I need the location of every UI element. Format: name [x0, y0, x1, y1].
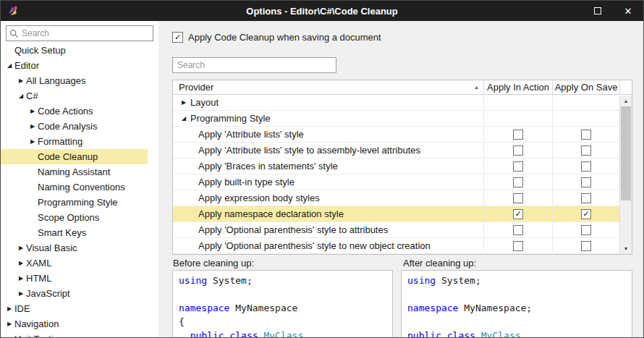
apply-code-cleanup-checkbox[interactable]: ✓ [172, 32, 183, 43]
code-token-plain: { [179, 316, 185, 327]
code-line: namespace MyNamespace; [407, 301, 626, 315]
provider-row-apply-namespace-declaration-style[interactable]: Apply namespace declaration style✓✓ [173, 206, 619, 222]
expand-icon[interactable]: ▶ [16, 77, 26, 84]
sidebar-item-unit-testing[interactable]: ▶Unit Testing [1, 331, 148, 337]
sidebar-item-visual-basic[interactable]: ▶Visual Basic [1, 240, 148, 255]
apply-on-save-checkbox[interactable] [581, 161, 591, 172]
sidebar-item-code-actions[interactable]: ▶Code Actions [1, 103, 148, 119]
expand-icon[interactable]: ▶ [16, 290, 26, 297]
provider-cell: ▶Layout [173, 95, 483, 110]
expand-icon[interactable]: ▶ [16, 260, 26, 266]
expand-icon[interactable]: ▶ [179, 99, 189, 106]
column-header-provider[interactable]: Provider ▲ [173, 80, 483, 94]
provider-search-input[interactable] [172, 57, 336, 73]
code-token-keyword: class [229, 330, 258, 338]
apply-on-save-checkbox[interactable] [581, 225, 591, 235]
sidebar-item-label: Code Cleanup [38, 151, 98, 162]
apply-on-save-checkbox[interactable] [581, 130, 591, 140]
provider-group-row-layout[interactable]: ▶Layout [173, 95, 619, 111]
scroll-up-button[interactable]: ▲ [620, 96, 632, 106]
options-dialog: Options - Editor\C#\Code Cleanup ✕ Quick… [0, 0, 644, 338]
code-token-type: MyClass [475, 330, 521, 338]
expand-icon[interactable]: ▶ [4, 336, 14, 337]
provider-group-row-programming-style[interactable]: ◢Programming Style [173, 111, 619, 127]
sidebar-item-javascript[interactable]: ▶JavaScript [1, 286, 148, 301]
expand-icon[interactable]: ▶ [16, 245, 26, 251]
sidebar-item-label: IDE [14, 303, 30, 314]
code-token-plain [441, 330, 447, 338]
apply-in-action-checkbox[interactable] [513, 161, 523, 172]
expand-icon[interactable]: ▶ [27, 108, 38, 114]
apply-in-action-checkbox[interactable] [513, 130, 523, 140]
code-token-plain: MyNamespace [229, 303, 297, 313]
apply-on-save-checkbox[interactable] [581, 241, 591, 251]
sidebar-item-all-languages[interactable]: ▶All Languages [1, 73, 148, 88]
scroll-down-button[interactable]: ▼ [620, 243, 632, 254]
code-token-plain: MyNamespace; [458, 303, 532, 313]
sidebar-item-formatting[interactable]: ▶Formatting [1, 134, 148, 149]
code-token-keyword: public [190, 330, 224, 338]
sidebar-item-c[interactable]: ◢C# [1, 88, 148, 103]
collapse-icon[interactable]: ◢ [16, 93, 26, 99]
expand-icon[interactable]: ▶ [16, 275, 26, 282]
sidebar-item-label: Programming Style [38, 197, 118, 208]
expand-icon[interactable]: ▶ [27, 123, 38, 130]
sidebar-item-label: Formatting [38, 136, 82, 147]
collapse-icon[interactable]: ◢ [4, 62, 14, 69]
apply-on-save-cell [552, 143, 619, 158]
sidebar-item-code-analysis[interactable]: ▶Code Analysis [1, 119, 148, 134]
scrollbar-thumb[interactable] [621, 106, 631, 200]
provider-row-apply-attribute-lists-style[interactable]: Apply 'Attribute lists' style [173, 127, 619, 143]
apply-in-action-checkbox[interactable] [513, 177, 523, 187]
apply-in-action-checkbox[interactable]: ✓ [513, 209, 523, 219]
sidebar-item-navigation[interactable]: ▶Navigation [1, 316, 148, 331]
apply-on-save-checkbox[interactable] [581, 177, 591, 187]
provider-label: Apply 'Braces in statements' style [198, 161, 338, 172]
expand-icon[interactable]: ▶ [4, 305, 14, 312]
before-code: using System; namespace MyNamespace{ pub… [172, 270, 393, 338]
expand-icon[interactable]: ▶ [4, 321, 14, 327]
maximize-button[interactable] [582, 1, 613, 21]
sidebar-item-xaml[interactable]: ▶XAML [1, 255, 148, 271]
code-line [407, 315, 626, 329]
sidebar-search [6, 25, 153, 41]
apply-in-action-cell: ✓ [483, 206, 552, 221]
sidebar-item-quick-setup[interactable]: Quick Setup [1, 43, 148, 58]
apply-on-save-option[interactable]: ✓ Apply Code Cleanup when saving a docum… [172, 31, 381, 43]
apply-on-save-checkbox[interactable] [581, 193, 591, 203]
column-header-apply-in-action[interactable]: Apply In Action [483, 80, 552, 94]
sidebar-search-input[interactable] [22, 28, 150, 38]
apply-in-action-checkbox[interactable] [513, 241, 523, 251]
sidebar-item-label: All Languages [26, 75, 85, 86]
apply-in-action-checkbox[interactable] [513, 145, 523, 156]
provider-row-apply-braces-in-statements-style[interactable]: Apply 'Braces in statements' style [173, 159, 619, 174]
sidebar-item-html[interactable]: ▶HTML [1, 271, 148, 286]
table-scrollbar[interactable]: ▲ ▼ [619, 96, 632, 254]
apply-on-save-checkbox[interactable]: ✓ [581, 209, 591, 219]
expand-icon[interactable]: ▶ [27, 138, 38, 145]
provider-label: Apply 'Attribute lists' style [198, 129, 304, 140]
provider-row-apply-optional-parenthesis-style-to-attributes[interactable]: Apply 'Optional parenthesis' style to at… [173, 222, 619, 238]
apply-in-action-checkbox[interactable] [513, 193, 523, 203]
sidebar-item-smart-keys[interactable]: Smart Keys [1, 225, 148, 240]
code-token-keyword: class [447, 330, 475, 338]
sidebar-item-code-cleanup[interactable]: Code Cleanup [1, 149, 148, 164]
code-line: using System; [407, 274, 626, 287]
apply-code-cleanup-label: Apply Code Cleanup when saving a documen… [188, 32, 381, 43]
sidebar-item-editor[interactable]: ◢Editor [1, 58, 148, 73]
collapse-icon[interactable]: ◢ [179, 115, 189, 122]
provider-row-apply-optional-parenthesis-style-to-new-object-creation[interactable]: Apply 'Optional parenthesis' style to ne… [173, 238, 619, 254]
sidebar-item-programming-style[interactable]: Programming Style [1, 195, 148, 210]
column-header-apply-on-save[interactable]: Apply On Save [552, 80, 619, 94]
apply-on-save-checkbox[interactable] [581, 145, 591, 156]
apply-in-action-checkbox[interactable] [513, 225, 523, 235]
sidebar-item-scope-options[interactable]: Scope Options [1, 210, 148, 225]
sidebar-item-naming-conventions[interactable]: Naming Conventions [1, 179, 148, 195]
sidebar-item-ide[interactable]: ▶IDE [1, 301, 148, 316]
search-icon [9, 29, 19, 38]
provider-row-apply-attribute-lists-style-to-assembly-level-attributes[interactable]: Apply 'Attribute lists' style to assembl… [173, 143, 619, 159]
sidebar-item-naming-assistant[interactable]: Naming Assistant [1, 164, 148, 179]
provider-row-apply-expression-body-styles[interactable]: Apply expression body styles [173, 190, 619, 206]
close-button[interactable]: ✕ [613, 1, 643, 21]
provider-row-apply-built-in-type-style[interactable]: Apply built-in type style [173, 174, 619, 190]
